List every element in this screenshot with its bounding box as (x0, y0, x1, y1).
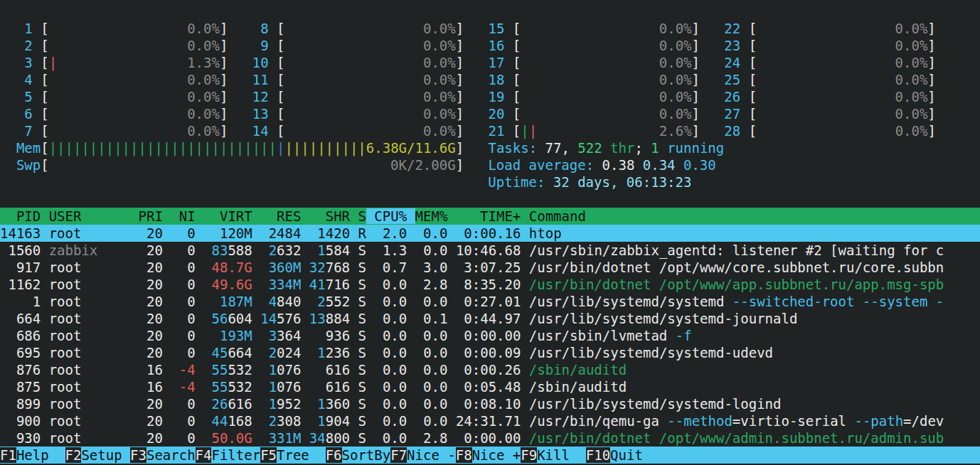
memory-meter-row-bar: |||||||||| (284, 140, 366, 156)
process-row-686[interactable]: 686 root 20 0 193M 3364 936 S 0.0 0.0 0:… (0, 327, 980, 344)
cell-user: root (49, 225, 122, 241)
spacer (196, 225, 203, 241)
cell-mem: 0.0 (415, 413, 448, 429)
fkey-f3-label[interactable]: Search (147, 447, 196, 463)
meter-close-bracket: ] (927, 72, 935, 87)
spacer (163, 294, 171, 309)
meter-close-bracket: ] (456, 157, 464, 173)
process-row-695[interactable]: 695 root 20 0 45664 2024 1236 S 0.0 0.0 … (0, 344, 980, 361)
fkey-f5-label[interactable]: Tree (277, 447, 326, 463)
cell-virt: 187M (220, 294, 252, 309)
process-row-875[interactable]: 875 root 16 -4 55532 1076 616 S 0.0 0.0 … (0, 378, 980, 395)
fkey-f7-key[interactable]: F7 (390, 447, 407, 463)
fkey-f6-key[interactable]: F6 (326, 447, 342, 463)
spacer (49, 38, 187, 53)
fkey-f4-key[interactable]: F4 (196, 447, 212, 463)
cell-time: 24:31.71 (456, 413, 521, 429)
spacer (163, 396, 171, 412)
spacer (407, 396, 415, 412)
process-row-1162[interactable]: 1162 root 20 0 49.6G 334M 41716 S 0.0 2.… (0, 276, 980, 293)
column-header-command[interactable]: Command (529, 208, 586, 224)
spacer (57, 55, 187, 70)
column-header-user[interactable]: USER (49, 208, 122, 224)
spacer (0, 55, 8, 70)
spacer (163, 208, 171, 224)
fkey-f4-label[interactable]: Filter (211, 447, 260, 463)
fkey-f3-key[interactable]: F3 (130, 447, 147, 463)
meter-close-bracket: ] (927, 21, 935, 36)
cell-time: 3:07.25 (456, 260, 521, 275)
column-header-time[interactable]: TIME+ (456, 208, 521, 224)
column-header-ni[interactable]: NI (171, 208, 195, 224)
cell-virt: 56 (212, 311, 228, 326)
spacer (122, 311, 130, 326)
memory-meter-row: Mem[||||||||||||||||||||||||||||||||||||… (0, 139, 980, 156)
column-header-virt[interactable]: VIRT (203, 208, 252, 224)
cell-res: 2 (269, 242, 277, 258)
spacer (407, 379, 415, 395)
fkey-f9-key[interactable]: F9 (521, 447, 537, 463)
process-row-1[interactable]: 1 root 20 0 187M 4840 2552 S 0.0 0.0 0:2… (0, 293, 980, 310)
cell-state: S (358, 362, 366, 378)
cpu-percent: 0.0% (187, 38, 220, 53)
spacer (41, 260, 48, 275)
fkey-f8-label[interactable]: Nice + (472, 447, 521, 463)
cell-pid: 917 (0, 260, 41, 275)
process-row-899[interactable]: 899 root 20 0 26616 1952 1360 S 0.0 0.0 … (0, 395, 980, 412)
spacer (228, 72, 244, 87)
cell-cpu: 0.0 (374, 311, 407, 326)
fkey-f7-label[interactable]: Nice - (407, 447, 456, 463)
cell-pri: 16 (130, 362, 163, 378)
meter-open-bracket: [ (513, 89, 521, 105)
process-row-14163[interactable]: 14163 root 20 0 120M 2484 1420 R 2.0 0.0… (0, 225, 980, 242)
cpu-number: 15 (480, 21, 504, 36)
process-row-1560[interactable]: 1560 zabbix 20 0 83588 2632 1584 S 1.3 0… (0, 242, 980, 259)
column-header-s[interactable]: S (358, 208, 366, 224)
meter-close-bracket: ] (220, 21, 228, 36)
process-table-header: PID USER PRI NI VIRT RES SHR S CPU% MEM%… (0, 208, 980, 225)
fkey-f1-key[interactable]: F1 (0, 447, 16, 463)
fkey-f2-key[interactable]: F2 (65, 447, 82, 463)
process-row-876[interactable]: 876 root 16 -4 55532 1076 616 S 0.0 0.0 … (0, 361, 980, 378)
fkey-f8-key[interactable]: F8 (456, 447, 472, 463)
column-header-mem[interactable]: MEM% (415, 208, 448, 224)
uptime-row: Uptime: 32 days, 06:13:23 (0, 173, 980, 191)
cell-pri: 20 (130, 345, 163, 360)
cell-shr: 236 (326, 345, 350, 360)
meter-open-bracket: [ (277, 38, 284, 53)
column-header-res[interactable]: RES (260, 208, 301, 224)
spacer (41, 413, 48, 429)
cell-res: 3 (269, 328, 277, 343)
meter-open-bracket: [ (277, 123, 284, 139)
process-row-900[interactable]: 900 root 20 0 44168 2308 1904 S 0.0 0.0 … (0, 412, 980, 429)
process-row-664[interactable]: 664 root 20 0 56604 14576 13884 S 0.0 0.… (0, 310, 980, 327)
spacer (203, 242, 211, 258)
spacer (0, 106, 8, 122)
cell-user: root (49, 311, 122, 326)
spacer (196, 294, 203, 309)
column-header-shr[interactable]: SHR (309, 208, 350, 224)
cell-res: 576 (277, 311, 301, 326)
spacer (260, 225, 268, 241)
cell-command: /usr/bin/dotnet /opt/www/admin.subbnet.r… (529, 430, 944, 446)
cell-shr: 1 (317, 345, 325, 360)
spacer (0, 38, 8, 53)
process-row-930[interactable]: 930 root 20 0 50.0G 331M 34800 S 0.0 2.8… (0, 429, 980, 447)
fkey-f10-label[interactable]: Quit (610, 447, 643, 463)
fkey-f1-label[interactable]: Help (16, 447, 65, 463)
spacer (285, 106, 423, 122)
spacer (228, 55, 244, 70)
spacer (163, 277, 171, 292)
fkey-f2-label[interactable]: Setup (81, 447, 130, 463)
column-header-pid[interactable]: PID (0, 208, 41, 224)
fkey-f9-label[interactable]: Kill (537, 447, 586, 463)
fkey-f5-key[interactable]: F5 (260, 447, 277, 463)
column-header-cpu-sorted[interactable]: CPU% (366, 208, 415, 224)
cell-command: /usr/lib/systemd/systemd-udevd (529, 345, 773, 360)
column-header-pri[interactable]: PRI (130, 208, 163, 224)
cpu-percent: 0.0% (187, 72, 220, 87)
fkey-f10-key[interactable]: F10 (586, 447, 610, 463)
process-row-917[interactable]: 917 root 20 0 48.7G 360M 32768 S 0.7 3.0… (0, 259, 980, 276)
fkey-f6-label[interactable]: SortBy (342, 447, 391, 463)
meter-close-bracket: ] (927, 55, 935, 70)
